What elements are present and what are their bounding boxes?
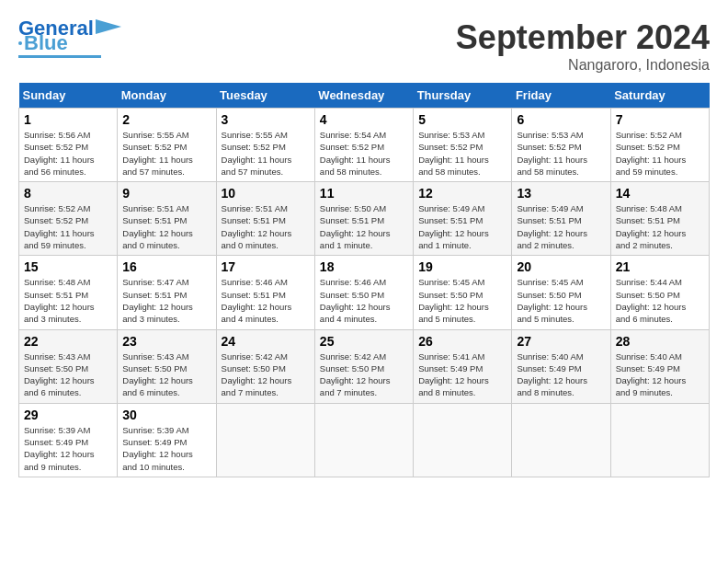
day-number: 11 — [320, 186, 408, 201]
calendar-cell — [610, 403, 709, 477]
calendar-cell: 12Sunrise: 5:49 AM Sunset: 5:51 PM Dayli… — [414, 182, 512, 256]
calendar-cell: 26Sunrise: 5:41 AM Sunset: 5:49 PM Dayli… — [414, 329, 512, 403]
day-info: Sunrise: 5:51 AM Sunset: 5:51 PM Dayligh… — [122, 202, 210, 251]
calendar-cell: 15Sunrise: 5:48 AM Sunset: 5:51 PM Dayli… — [19, 256, 118, 329]
calendar-cell: 5Sunrise: 5:53 AM Sunset: 5:52 PM Daylig… — [414, 109, 512, 182]
day-number: 28 — [616, 334, 704, 349]
calendar-cell: 8Sunrise: 5:52 AM Sunset: 5:52 PM Daylig… — [19, 182, 118, 256]
calendar-cell: 14Sunrise: 5:48 AM Sunset: 5:51 PM Dayli… — [610, 182, 709, 256]
day-info: Sunrise: 5:54 AM Sunset: 5:52 PM Dayligh… — [320, 129, 408, 178]
day-info: Sunrise: 5:40 AM Sunset: 5:49 PM Dayligh… — [616, 350, 704, 399]
calendar-cell: 2Sunrise: 5:55 AM Sunset: 5:52 PM Daylig… — [118, 109, 216, 182]
day-number: 19 — [418, 259, 506, 274]
day-info: Sunrise: 5:51 AM Sunset: 5:51 PM Dayligh… — [222, 202, 310, 251]
day-number: 9 — [122, 186, 210, 201]
day-info: Sunrise: 5:52 AM Sunset: 5:52 PM Dayligh… — [24, 202, 112, 251]
weekday-header-wednesday: Wednesday — [314, 83, 413, 109]
calendar-table: SundayMondayTuesdayWednesdayThursdayFrid… — [18, 83, 710, 477]
logo: General Blue — [18, 18, 121, 58]
title-area: September 2024 Nangaroro, Indonesia — [456, 18, 710, 74]
svg-marker-0 — [96, 19, 121, 34]
day-info: Sunrise: 5:53 AM Sunset: 5:52 PM Dayligh… — [418, 129, 506, 178]
day-number: 20 — [517, 259, 605, 274]
day-number: 29 — [24, 408, 112, 422]
day-number: 26 — [418, 334, 506, 349]
calendar-cell: 23Sunrise: 5:43 AM Sunset: 5:50 PM Dayli… — [118, 329, 216, 403]
day-number: 4 — [320, 112, 408, 127]
calendar-cell: 4Sunrise: 5:54 AM Sunset: 5:52 PM Daylig… — [314, 109, 413, 182]
calendar-cell: 19Sunrise: 5:45 AM Sunset: 5:50 PM Dayli… — [414, 256, 512, 329]
day-info: Sunrise: 5:43 AM Sunset: 5:50 PM Dayligh… — [24, 350, 112, 399]
calendar-cell: 18Sunrise: 5:46 AM Sunset: 5:50 PM Dayli… — [314, 256, 413, 329]
weekday-header-friday: Friday — [512, 83, 610, 109]
calendar-cell: 6Sunrise: 5:53 AM Sunset: 5:52 PM Daylig… — [512, 109, 610, 182]
day-info: Sunrise: 5:43 AM Sunset: 5:50 PM Dayligh… — [122, 350, 210, 399]
day-number: 3 — [222, 112, 310, 127]
day-number: 23 — [122, 334, 210, 349]
calendar-cell: 16Sunrise: 5:47 AM Sunset: 5:51 PM Dayli… — [118, 256, 216, 329]
day-info: Sunrise: 5:40 AM Sunset: 5:49 PM Dayligh… — [517, 350, 605, 399]
calendar-cell: 17Sunrise: 5:46 AM Sunset: 5:51 PM Dayli… — [216, 256, 314, 329]
day-number: 6 — [517, 112, 605, 127]
day-number: 27 — [517, 334, 605, 349]
day-number: 5 — [418, 112, 506, 127]
weekday-header-sunday: Sunday — [19, 83, 118, 109]
day-info: Sunrise: 5:49 AM Sunset: 5:51 PM Dayligh… — [418, 202, 506, 251]
calendar-cell: 20Sunrise: 5:45 AM Sunset: 5:50 PM Dayli… — [512, 256, 610, 329]
weekday-header-thursday: Thursday — [414, 83, 512, 109]
calendar-cell: 7Sunrise: 5:52 AM Sunset: 5:52 PM Daylig… — [610, 109, 709, 182]
calendar-cell — [414, 403, 512, 477]
day-number: 13 — [517, 186, 605, 201]
logo-icon — [96, 16, 121, 38]
location-subtitle: Nangaroro, Indonesia — [456, 57, 710, 74]
day-info: Sunrise: 5:45 AM Sunset: 5:50 PM Dayligh… — [517, 276, 605, 325]
day-number: 8 — [24, 186, 112, 201]
month-title: September 2024 — [456, 18, 710, 57]
day-info: Sunrise: 5:55 AM Sunset: 5:52 PM Dayligh… — [122, 129, 210, 178]
day-number: 24 — [222, 334, 310, 349]
day-info: Sunrise: 5:44 AM Sunset: 5:50 PM Dayligh… — [616, 276, 704, 325]
day-number: 10 — [222, 186, 310, 201]
day-number: 16 — [122, 259, 210, 274]
day-info: Sunrise: 5:42 AM Sunset: 5:50 PM Dayligh… — [222, 350, 310, 399]
calendar-cell: 25Sunrise: 5:42 AM Sunset: 5:50 PM Dayli… — [314, 329, 413, 403]
calendar-cell: 10Sunrise: 5:51 AM Sunset: 5:51 PM Dayli… — [216, 182, 314, 256]
day-info: Sunrise: 5:48 AM Sunset: 5:51 PM Dayligh… — [616, 202, 704, 251]
weekday-header-saturday: Saturday — [610, 83, 709, 109]
calendar-cell: 9Sunrise: 5:51 AM Sunset: 5:51 PM Daylig… — [118, 182, 216, 256]
calendar-cell: 13Sunrise: 5:49 AM Sunset: 5:51 PM Dayli… — [512, 182, 610, 256]
day-info: Sunrise: 5:39 AM Sunset: 5:49 PM Dayligh… — [24, 424, 112, 473]
day-info: Sunrise: 5:50 AM Sunset: 5:51 PM Dayligh… — [320, 202, 408, 251]
day-number: 1 — [24, 112, 112, 127]
calendar-cell — [512, 403, 610, 477]
day-info: Sunrise: 5:46 AM Sunset: 5:50 PM Dayligh… — [320, 276, 408, 325]
day-info: Sunrise: 5:52 AM Sunset: 5:52 PM Dayligh… — [616, 129, 704, 178]
calendar-cell: 28Sunrise: 5:40 AM Sunset: 5:49 PM Dayli… — [610, 329, 709, 403]
calendar-cell: 27Sunrise: 5:40 AM Sunset: 5:49 PM Dayli… — [512, 329, 610, 403]
calendar-cell: 24Sunrise: 5:42 AM Sunset: 5:50 PM Dayli… — [216, 329, 314, 403]
day-info: Sunrise: 5:45 AM Sunset: 5:50 PM Dayligh… — [418, 276, 506, 325]
day-number: 7 — [616, 112, 704, 127]
calendar-cell: 29Sunrise: 5:39 AM Sunset: 5:49 PM Dayli… — [19, 403, 118, 477]
calendar-cell: 11Sunrise: 5:50 AM Sunset: 5:51 PM Dayli… — [314, 182, 413, 256]
day-info: Sunrise: 5:47 AM Sunset: 5:51 PM Dayligh… — [122, 276, 210, 325]
day-number: 17 — [222, 259, 310, 274]
day-number: 2 — [122, 112, 210, 127]
calendar-cell: 30Sunrise: 5:39 AM Sunset: 5:49 PM Dayli… — [118, 403, 216, 477]
day-info: Sunrise: 5:56 AM Sunset: 5:52 PM Dayligh… — [24, 129, 112, 178]
day-info: Sunrise: 5:48 AM Sunset: 5:51 PM Dayligh… — [24, 276, 112, 325]
calendar-cell — [216, 403, 314, 477]
day-info: Sunrise: 5:41 AM Sunset: 5:49 PM Dayligh… — [418, 350, 506, 399]
day-number: 22 — [24, 334, 112, 349]
day-info: Sunrise: 5:49 AM Sunset: 5:51 PM Dayligh… — [517, 202, 605, 251]
day-info: Sunrise: 5:55 AM Sunset: 5:52 PM Dayligh… — [222, 129, 310, 178]
day-info: Sunrise: 5:42 AM Sunset: 5:50 PM Dayligh… — [320, 350, 408, 399]
page-header: General Blue September 2024 Nangaroro, I… — [18, 18, 710, 74]
day-number: 12 — [418, 186, 506, 201]
calendar-cell: 3Sunrise: 5:55 AM Sunset: 5:52 PM Daylig… — [216, 109, 314, 182]
day-number: 15 — [24, 259, 112, 274]
day-number: 30 — [122, 408, 210, 422]
day-number: 14 — [616, 186, 704, 201]
weekday-header-tuesday: Tuesday — [216, 83, 314, 109]
calendar-cell: 1Sunrise: 5:56 AM Sunset: 5:52 PM Daylig… — [19, 109, 118, 182]
